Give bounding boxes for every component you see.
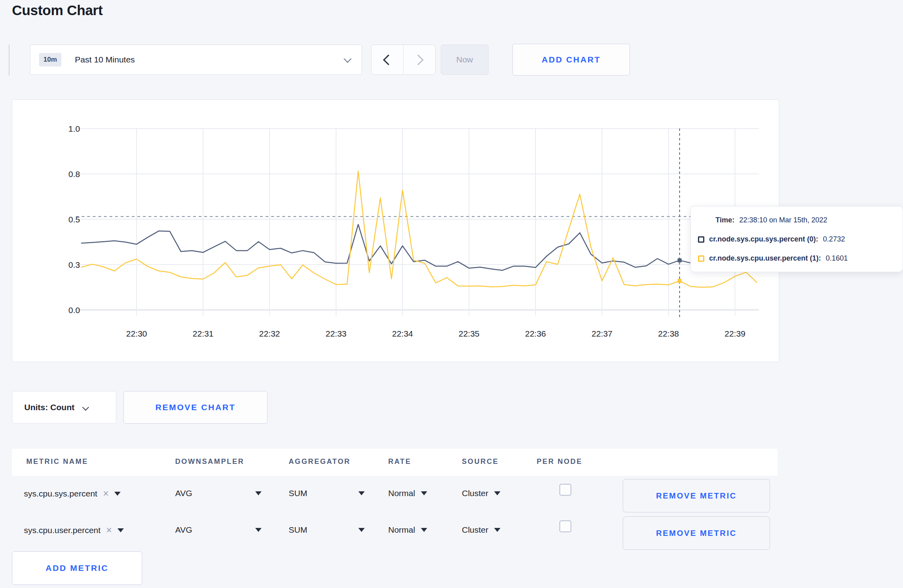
svg-text:22:37: 22:37 [592,329,613,338]
aggregator-value: SUM [289,489,307,498]
rate-select[interactable]: Normal [388,525,427,535]
tooltip-time-row: Time: 22:38:10 on Mar 15th, 2022 [715,216,827,224]
tooltip-series-value: 0.2732 [823,235,845,243]
table-row: sys.cpu.sys.percent × AVG SUM Normal Clu… [12,476,778,513]
time-nav-group [371,45,436,75]
chart-canvas[interactable]: 0.00.30.50.81.022:3022:3122:3222:3322:34… [12,100,779,362]
source-select[interactable]: Cluster [462,525,500,535]
chevron-down-icon [82,404,89,411]
tooltip-series-row: cr.node.sys.cpu.sys.percent (0): 0.2732 [698,235,845,243]
remove-chart-button[interactable]: REMOVE CHART [123,391,268,424]
rate-dropdown-icon[interactable] [421,528,427,532]
tooltip-series-label: cr.node.sys.cpu.user.percent (1): [709,254,821,263]
time-back-button[interactable] [371,45,404,74]
metric-dropdown-icon[interactable] [114,492,121,496]
rate-value: Normal [388,525,415,535]
downsampler-dropdown-icon[interactable] [255,528,262,532]
metric-name-value: sys.cpu.sys.percent [24,489,97,498]
per-node-checkbox[interactable] [559,520,571,532]
add-metric-button[interactable]: ADD METRIC [12,551,142,585]
source-value: Cluster [462,525,489,535]
svg-text:22:34: 22:34 [392,329,413,338]
tooltip-series-row: cr.node.sys.cpu.user.percent (1): 0.1601 [698,254,848,263]
source-dropdown-icon[interactable] [494,491,500,495]
time-forward-button[interactable] [404,45,436,74]
time-range-badge: 10m [39,53,61,66]
chevron-right-icon [413,55,424,65]
now-button[interactable]: Now [441,45,489,75]
svg-text:22:30: 22:30 [126,329,147,338]
rate-dropdown-icon[interactable] [421,491,427,495]
svg-text:1.0: 1.0 [68,124,80,133]
downsampler-select[interactable]: AVG [175,489,262,498]
tooltip-series-label: cr.node.sys.cpu.sys.percent (0): [709,235,818,243]
svg-text:0.8: 0.8 [68,169,80,179]
units-label: Units: Count [24,403,74,412]
series-line-0 [81,224,757,270]
per-node-checkbox[interactable] [559,484,571,496]
add-chart-button[interactable]: ADD CHART [512,44,630,76]
metric-name-select[interactable]: sys.cpu.sys.percent × [24,489,121,498]
chevron-left-icon [383,55,394,65]
column-header-rate: RATE [388,458,411,466]
tooltip-time-label: Time: [715,216,735,224]
aggregator-value: SUM [289,525,307,535]
series-sys-swatch-icon [698,236,704,243]
svg-text:22:31: 22:31 [193,329,214,338]
tooltip-series-value: 0.1601 [826,254,848,263]
source-select[interactable]: Cluster [462,489,500,498]
metrics-table-header: METRIC NAME DOWNSAMPLER AGGREGATOR RATE … [12,449,778,476]
rate-select[interactable]: Normal [388,489,427,498]
clear-metric-icon[interactable]: × [103,489,109,498]
svg-text:22:38: 22:38 [658,329,679,338]
rate-value: Normal [388,489,415,498]
chart-tooltip: Time: 22:38:10 on Mar 15th, 2022 cr.node… [690,206,903,272]
metric-name-value: sys.cpu.user.percent [24,526,101,535]
downsampler-value: AVG [175,489,192,498]
column-header-downsampler: DOWNSAMPLER [175,458,244,466]
column-header-per-node: PER NODE [537,458,582,466]
metric-dropdown-icon[interactable] [117,528,124,532]
source-dropdown-icon[interactable] [494,528,500,532]
svg-text:22:36: 22:36 [525,329,546,338]
time-range-select[interactable]: 10m Past 10 Minutes [30,45,362,75]
downsampler-dropdown-icon[interactable] [255,491,262,495]
source-value: Cluster [462,489,489,498]
svg-text:0.3: 0.3 [68,260,80,269]
downsampler-value: AVG [175,525,192,535]
svg-text:22:32: 22:32 [259,329,280,338]
time-range-label: Past 10 Minutes [75,55,135,64]
aggregator-dropdown-icon[interactable] [358,528,365,532]
aggregator-select[interactable]: SUM [289,489,365,498]
units-select[interactable]: Units: Count [12,391,116,424]
downsampler-select[interactable]: AVG [175,525,262,535]
clear-metric-icon[interactable]: × [106,525,112,535]
metric-name-select[interactable]: sys.cpu.user.percent × [24,525,124,535]
tooltip-time-value: 22:38:10 on Mar 15th, 2022 [739,216,827,224]
column-header-source: SOURCE [462,458,499,466]
remove-metric-button[interactable]: REMOVE METRIC [623,516,770,550]
svg-text:0.0: 0.0 [68,306,80,315]
chart-card: 0.00.30.50.81.022:3022:3122:3222:3322:34… [12,99,779,362]
table-row: sys.cpu.user.percent × AVG SUM Normal Cl… [12,513,778,551]
svg-text:22:35: 22:35 [459,329,480,338]
column-header-aggregator: AGGREGATOR [289,458,350,466]
page-title: Custom Chart [12,2,103,18]
series-user-swatch-icon [698,255,704,262]
svg-text:22:39: 22:39 [725,329,746,338]
aggregator-select[interactable]: SUM [289,525,365,535]
column-header-metric-name: METRIC NAME [26,458,88,466]
toolbar-divider [9,45,10,76]
remove-metric-button[interactable]: REMOVE METRIC [623,479,770,512]
chevron-down-icon [344,55,352,63]
svg-text:22:33: 22:33 [326,329,347,338]
aggregator-dropdown-icon[interactable] [358,491,365,495]
series-line-1 [81,171,757,287]
